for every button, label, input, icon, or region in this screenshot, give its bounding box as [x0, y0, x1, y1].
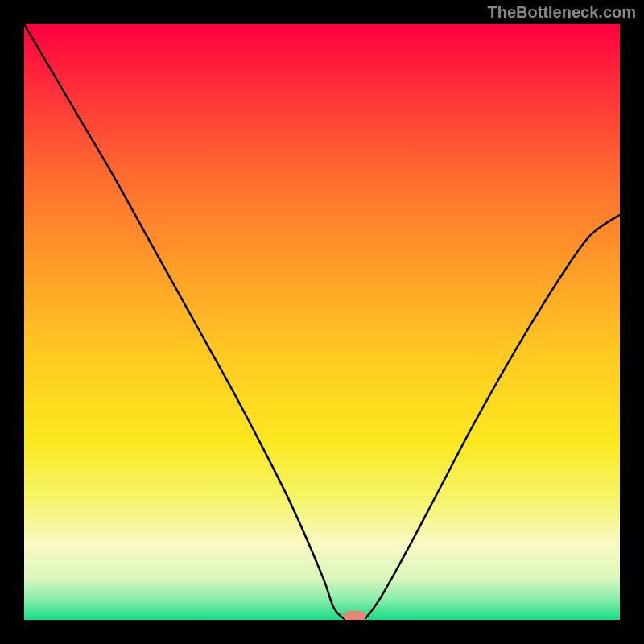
watermark-text: TheBottleneck.com — [488, 3, 636, 22]
minimum-marker — [344, 611, 366, 620]
bottleneck-plot — [24, 24, 620, 620]
chart-frame: { "watermark": "TheBottleneck.com", "col… — [0, 0, 644, 644]
gradient-background — [24, 24, 620, 620]
